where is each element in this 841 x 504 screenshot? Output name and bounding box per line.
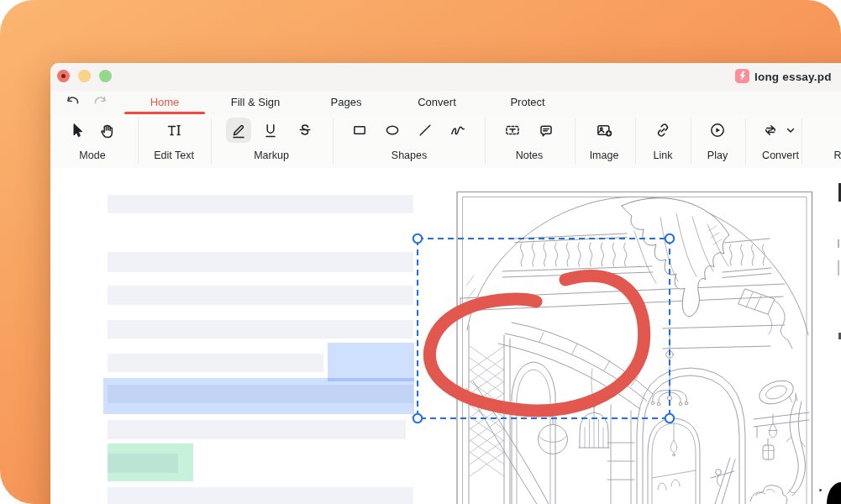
toolbar-group-label-link: Link xyxy=(654,150,673,161)
minimize-button[interactable] xyxy=(78,70,91,82)
resize-handle-nw[interactable] xyxy=(413,234,422,243)
toolbar-group-label-shapes: Shapes xyxy=(392,150,427,161)
text-placeholder-line xyxy=(108,286,413,305)
toolbar: ModeEdit TextMarkupShapesNotesImageLinkP… xyxy=(50,114,841,169)
tab-fill-sign[interactable]: Fill & Sign xyxy=(231,96,281,108)
text-placeholder-line xyxy=(108,487,413,504)
text-placeholder-line xyxy=(108,420,406,439)
cursor-icon[interactable] xyxy=(66,120,87,140)
toolbar-separator xyxy=(575,118,576,164)
text-placeholder-line xyxy=(108,320,413,339)
line-icon[interactable] xyxy=(415,120,435,140)
screenshot-canvas: long essay.pd HomeFill & SignPagesConver… xyxy=(0,0,841,504)
clipped-content-right xyxy=(838,239,839,248)
link-icon[interactable] xyxy=(653,120,673,140)
zoom-button[interactable] xyxy=(99,70,112,82)
green-highlight[interactable] xyxy=(108,444,193,481)
play-icon[interactable] xyxy=(707,120,728,140)
clipped-content-right xyxy=(838,260,839,276)
toolbar-separator xyxy=(485,118,486,164)
toolbar-separator xyxy=(333,118,334,164)
resize-handle-se[interactable] xyxy=(665,414,674,423)
tab-home[interactable]: Home xyxy=(150,96,180,108)
close-button[interactable] xyxy=(57,70,70,82)
image-icon[interactable] xyxy=(594,120,614,140)
toolbar-separator xyxy=(802,118,802,164)
toolbar-separator xyxy=(211,118,212,164)
rectangle-icon[interactable] xyxy=(350,120,370,140)
underline-icon[interactable] xyxy=(260,120,281,140)
toolbar-group-label-convert: Convert xyxy=(762,150,799,161)
comment-icon[interactable] xyxy=(536,120,556,140)
selection-box[interactable] xyxy=(412,233,681,426)
hand-icon[interactable] xyxy=(97,120,118,140)
tab-pages[interactable]: Pages xyxy=(331,96,362,108)
text-placeholder-line xyxy=(108,195,413,213)
toolbar-group-label-image: Image xyxy=(590,150,619,161)
window-title: long essay.pd xyxy=(754,71,832,83)
pdf-file-icon xyxy=(735,69,749,83)
strikethrough-icon[interactable] xyxy=(295,120,315,140)
toolbar-separator xyxy=(691,118,691,164)
toolbar-group-label-markup: Markup xyxy=(254,150,289,161)
toolbar-group-label-edit-text: Edit Text xyxy=(154,150,194,161)
tab-convert[interactable]: Convert xyxy=(418,96,456,108)
convert-icon[interactable] xyxy=(760,120,781,140)
edit-text-icon[interactable] xyxy=(164,120,184,140)
redo-icon[interactable] xyxy=(91,92,109,111)
resize-handle-sw[interactable] xyxy=(413,414,422,423)
ellipse-icon[interactable] xyxy=(382,120,402,140)
scribble-icon[interactable] xyxy=(448,120,468,140)
resize-handle-ne[interactable] xyxy=(665,234,674,243)
blue-highlight[interactable] xyxy=(103,378,414,414)
text-note-icon[interactable] xyxy=(502,120,523,140)
toolbar-group-label-play: Play xyxy=(707,150,728,161)
corner-dot xyxy=(819,489,822,491)
toolbar-separator xyxy=(138,118,139,164)
undo-icon[interactable] xyxy=(64,92,82,111)
tab-bar: HomeFill & SignPagesConvertProtect xyxy=(50,91,841,115)
pen-icon[interactable] xyxy=(229,120,249,140)
toolbar-group-label-notes: Notes xyxy=(516,150,544,161)
toolbar-group-label-mode: Mode xyxy=(79,150,105,161)
pdf-editor-window: long essay.pd HomeFill & SignPagesConver… xyxy=(50,63,841,504)
text-placeholder-line xyxy=(108,354,323,372)
text-placeholder-line xyxy=(108,252,413,272)
toolbar-separator xyxy=(745,118,746,164)
titlebar: long essay.pd xyxy=(50,63,841,92)
toolbar-separator xyxy=(635,118,636,164)
chevron-down-icon[interactable] xyxy=(781,120,801,140)
tab-protect[interactable]: Protect xyxy=(510,96,544,108)
toolbar-group-label-r: R xyxy=(833,150,841,161)
blue-highlight[interactable] xyxy=(328,343,414,381)
